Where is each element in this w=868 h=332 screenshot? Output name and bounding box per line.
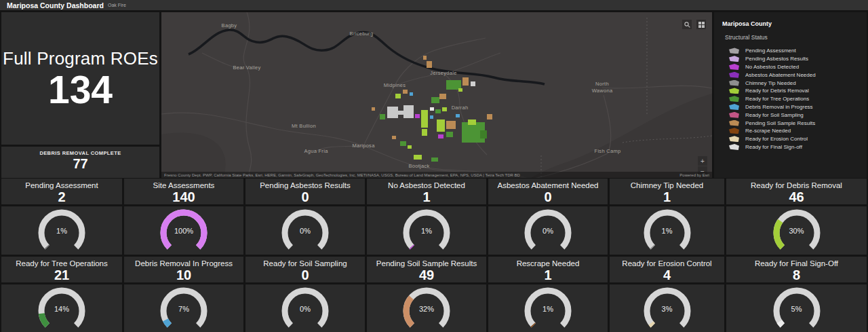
gauge-percent: 32% bbox=[419, 305, 434, 313]
gauge-card: 0% bbox=[245, 284, 365, 332]
river bbox=[189, 30, 545, 84]
stat-value: 0 bbox=[301, 268, 309, 282]
stat-value: 0 bbox=[301, 189, 309, 204]
legend-subtitle: Structural Status bbox=[722, 34, 867, 41]
legend-swatch-icon bbox=[729, 128, 739, 134]
stat-value: 21 bbox=[54, 268, 69, 282]
page-title: Mariposa County Dashboard bbox=[7, 1, 104, 10]
main-row: Full Program ROEs 134 DEBRIS REMOVAL COM… bbox=[0, 10, 868, 179]
stat-title: Ready for Erosion Control bbox=[622, 259, 711, 268]
legend-item: Ready for Soil Sampling bbox=[722, 111, 867, 119]
stat-title: Ready for Final Sign-Off bbox=[755, 259, 838, 268]
plus-icon: + bbox=[701, 158, 705, 165]
legend-item: Debris Removal in Progress bbox=[722, 103, 867, 111]
stat-value: 0 bbox=[544, 189, 551, 204]
legend-item-label: Re-scrape Needed bbox=[745, 128, 791, 134]
roe-card-label: Full Program ROEs bbox=[3, 48, 158, 69]
map-label-north-wawona: North Wawona bbox=[592, 81, 613, 94]
stat-card: No Asbestos Detected1 bbox=[367, 179, 486, 204]
legend-title: Mariposa County bbox=[722, 20, 867, 27]
stat-title: Chimney Tip Needed bbox=[631, 181, 703, 189]
stat-value: 2 bbox=[58, 189, 65, 204]
gauge-card: 0% bbox=[245, 206, 365, 255]
stat-title: Rescrape Needed bbox=[517, 259, 580, 268]
map-search-button[interactable] bbox=[682, 20, 692, 29]
zoom-in-button[interactable]: + bbox=[698, 156, 707, 166]
stat-value: 8 bbox=[793, 268, 800, 282]
stat-title: Pending Assessment bbox=[25, 181, 98, 189]
gauge-percent: 0% bbox=[542, 227, 553, 235]
legend-item: Ready for Erosion Control bbox=[722, 135, 867, 143]
legend-swatch-icon bbox=[729, 112, 739, 118]
legend-swatch-icon bbox=[729, 88, 739, 94]
stat-card: Ready for Final Sign-Off8 bbox=[726, 257, 867, 282]
legend-item: Pending Soil Sample Results bbox=[722, 119, 867, 127]
basemap-graphics bbox=[161, 12, 712, 178]
gauge-percent: 0% bbox=[300, 227, 311, 235]
stat-card: Chimney Tip Needed1 bbox=[610, 179, 724, 204]
legend-item: Re-scrape Needed bbox=[722, 127, 867, 135]
gauge-card: 32% bbox=[367, 284, 486, 332]
stat-card: Ready for Tree Operations21 bbox=[1, 257, 122, 282]
legend-item: Ready for Debris Removal bbox=[722, 87, 867, 95]
stat-card: Pending Assessment2 bbox=[1, 179, 122, 204]
legend-item-label: No Asbestos Detected bbox=[745, 64, 799, 70]
stat-card: Debris Removal In Progress10 bbox=[124, 257, 243, 282]
map-canvas[interactable]: Bagby Briceburg Bear Valley Jerseydale M… bbox=[161, 12, 712, 178]
gauge-card: 14% bbox=[1, 284, 122, 332]
stat-title: Ready for Debris Removal bbox=[751, 181, 842, 189]
legend-item-label: Pending Assessment bbox=[745, 48, 796, 54]
gauge-percent: 14% bbox=[54, 305, 69, 313]
stat-value: 1 bbox=[422, 189, 430, 204]
basemap-gallery-button[interactable] bbox=[696, 20, 706, 29]
legend-swatch-icon bbox=[729, 64, 739, 70]
legend-item: Pending Assessment bbox=[722, 47, 867, 55]
gauge-percent: 5% bbox=[791, 305, 802, 313]
stat-value: 49 bbox=[419, 268, 434, 282]
gauge-card: 1% bbox=[367, 206, 486, 255]
gauge-card: 5% bbox=[726, 284, 867, 332]
basemap-grid-icon bbox=[698, 22, 705, 28]
debris-card-value: 77 bbox=[73, 156, 87, 171]
legend-swatch-icon bbox=[729, 80, 739, 86]
stat-title: Pending Asbestos Results bbox=[260, 181, 351, 189]
legend-item: No Asbestos Detected bbox=[722, 63, 867, 71]
stat-value: 10 bbox=[176, 268, 191, 282]
legend-item: Pending Asbestos Results bbox=[722, 55, 867, 63]
gauge-grid: Pending Assessment2 Site Assessments140 … bbox=[0, 179, 868, 332]
gauge-card: 1% bbox=[1, 206, 122, 255]
gauge-card: 30% bbox=[726, 206, 867, 255]
gauge-percent: 1% bbox=[542, 305, 553, 313]
map-attribution-text: Fresno County Dept. PWP, California Stat… bbox=[164, 173, 520, 177]
gauge-percent: 30% bbox=[789, 227, 804, 235]
gauge-percent: 1% bbox=[662, 227, 673, 235]
stat-title: Debris Removal In Progress bbox=[135, 259, 233, 268]
stat-card: Pending Soil Sample Results49 bbox=[367, 257, 486, 282]
stat-title: Site Assessments bbox=[153, 181, 215, 189]
legend-swatch-icon bbox=[729, 120, 739, 126]
legend-item-label: Ready for Tree Operations bbox=[745, 96, 809, 102]
legend-item-label: Debris Removal in Progress bbox=[745, 104, 813, 110]
legend-item: Chimney Tip Needed bbox=[722, 79, 867, 87]
gauge-card: 7% bbox=[124, 284, 243, 332]
stat-value: 1 bbox=[544, 268, 551, 282]
map-label-mt-bullion: Mt Bullion bbox=[292, 123, 316, 130]
map-label-midpines: Midpines bbox=[384, 82, 406, 89]
map-label-bagby: Bagby bbox=[222, 22, 237, 29]
gauge-percent: 0% bbox=[300, 305, 311, 313]
stat-card: Ready for Debris Removal46 bbox=[726, 179, 867, 204]
app-header: Mariposa County Dashboard Oak Fire bbox=[0, 0, 868, 10]
left-panel: Full Program ROEs 134 DEBRIS REMOVAL COM… bbox=[1, 12, 159, 178]
map-attribution-bar: Fresno County Dept. PWP, California Stat… bbox=[161, 172, 712, 178]
legend-swatch-icon bbox=[729, 144, 739, 150]
legend-swatch-icon bbox=[729, 48, 739, 54]
legend-panel: Mariposa County Structural Status Pendin… bbox=[714, 12, 867, 178]
legend-swatch-icon bbox=[729, 56, 739, 62]
stat-title: No Asbestos Detected bbox=[388, 181, 465, 189]
legend-item-label: Pending Soil Sample Results bbox=[745, 120, 815, 126]
stat-card: Asbestos Abatement Needed0 bbox=[488, 179, 608, 204]
stat-card: Rescrape Needed1 bbox=[488, 257, 608, 282]
legend-item-label: Asbestos Abatement Needed bbox=[745, 72, 816, 78]
stat-title: Asbestos Abatement Needed bbox=[498, 181, 599, 189]
map-label-bear-valley: Bear Valley bbox=[233, 64, 260, 71]
